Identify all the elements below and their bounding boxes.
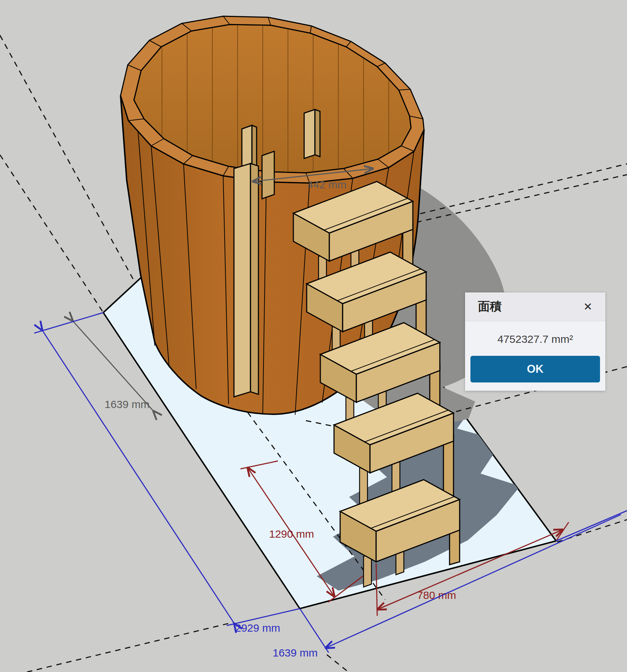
ok-button[interactable]: OK xyxy=(470,356,600,382)
dim-label-1639-bottom: 1639 mm xyxy=(272,647,317,659)
area-value: 4752327.7 mm² xyxy=(465,321,605,345)
stair-post-back xyxy=(262,151,274,199)
dim-label-442: 442 mm xyxy=(307,179,346,191)
stair-post-tall xyxy=(234,163,258,397)
dim-label-2929: 2929 mm xyxy=(235,622,280,634)
dim-label-1639-left: 1639 mm xyxy=(104,398,149,410)
stair-rim-post-right xyxy=(304,109,320,158)
area-dialog-title: 面積 xyxy=(478,299,502,315)
close-icon[interactable]: ✕ xyxy=(583,301,592,312)
dim-label-1290: 1290 mm xyxy=(269,528,314,540)
dim-label-780: 780 mm xyxy=(417,589,456,601)
area-dialog-titlebar: 面積 ✕ xyxy=(465,292,605,321)
area-dialog: 面積 ✕ 4752327.7 mm² OK xyxy=(465,292,605,391)
